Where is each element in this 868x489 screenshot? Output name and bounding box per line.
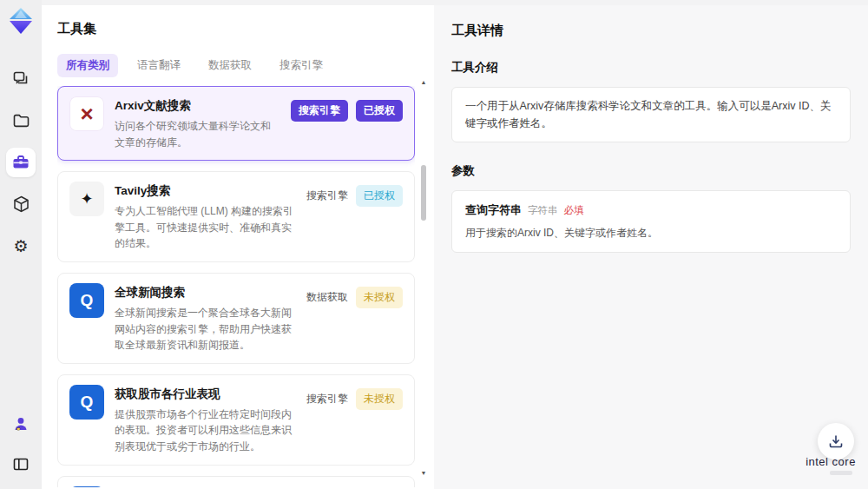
tool-details-panel: 工具详情 工具介绍 一个用于从Arxiv存储库搜索科学论文和文章的工具。输入可以…: [434, 5, 868, 489]
category-badge: 数据获取: [306, 287, 348, 308]
tool-card[interactable]: Arxiv文献搜索 访问各个研究领域大量科学论文和文章的存储库。 搜索引擎 已授…: [57, 86, 415, 161]
category-tab[interactable]: 搜索引擎: [271, 54, 332, 77]
tool-description: 专为人工智能代理 (LLM) 构建的搜索引擎工具。可快速提供实时、准确和真实的结…: [115, 203, 296, 252]
param-description: 用于搜索的Arxiv ID、关键字或作者姓名。: [465, 226, 837, 241]
download-button[interactable]: [818, 423, 854, 459]
app-logo-icon: [8, 7, 34, 35]
tools-panel-title: 工具集: [57, 21, 434, 37]
params-heading: 参数: [451, 163, 851, 179]
tool-list: Arxiv文献搜索 访问各个研究领域大量科学论文和文章的存储库。 搜索引擎 已授…: [57, 86, 415, 487]
stock-q-icon: [69, 486, 104, 487]
parameter-card: 查询字符串 字符串 必填 用于搜索的Arxiv ID、关键字或作者姓名。: [451, 190, 851, 253]
app-rail: ⚙: [0, 0, 42, 489]
auth-status-badge: 未授权: [356, 287, 403, 308]
intel-core-text: intel core: [800, 455, 861, 468]
tool-description: 访问各个研究领域大量科学论文和文章的存储库。: [115, 118, 280, 150]
category-badge: 搜索引擎: [306, 185, 348, 207]
profile-avatar-icon[interactable]: [6, 409, 36, 439]
arxiv-icon: [69, 96, 104, 131]
tool-card[interactable]: 获取股市各行业表现 提供股票市场各个行业在特定时间段内的表现。投资者可以利用这些…: [57, 374, 415, 466]
auth-status-badge: 未授权: [356, 388, 403, 410]
auth-status-badge: 已授权: [356, 185, 403, 207]
tool-description: 提供股票市场各个行业在特定时间段内的表现。投资者可以利用这些信息来识别表现优于或…: [115, 406, 296, 455]
scroll-up-arrow[interactable]: ▲: [419, 78, 428, 87]
tool-card[interactable]: 全球新闻搜索 全球新闻搜索是一个聚合全球各大新闻网站内容的搜索引擎，帮助用户快速…: [57, 273, 415, 364]
intro-text-box: 一个用于从Arxiv存储库搜索科学论文和文章的工具。输入可以是Arxiv ID、…: [451, 87, 851, 142]
folder-icon[interactable]: [6, 106, 36, 135]
intel-core-logo: intel core: [800, 455, 861, 475]
intro-heading: 工具介绍: [451, 60, 851, 76]
panel-toggle-icon[interactable]: [6, 449, 36, 479]
news-q-icon: [69, 283, 104, 318]
category-tab[interactable]: 语言翻译: [128, 54, 189, 77]
tools-panel: 工具集 所有类别 语言翻译 数据获取 搜索引擎 Arxiv文献搜索 访问各个研究…: [42, 5, 434, 489]
category-badge: 搜索引擎: [291, 100, 348, 122]
window-top-strip: [0, 0, 868, 5]
tool-name: Tavily搜索: [115, 183, 296, 199]
category-tab[interactable]: 所有类别: [57, 54, 118, 77]
param-type: 字符串: [528, 204, 558, 217]
tool-name: 全球新闻搜索: [115, 285, 296, 301]
stock-q-icon: [69, 385, 104, 420]
tool-card[interactable]: 获取市场最活跃股票信息 提供当天交易量最高的股票列表，投资者可以利用这些信息来识…: [57, 476, 415, 487]
category-badge: 搜索引擎: [306, 388, 348, 410]
tool-name: 获取股市各行业表现: [115, 387, 296, 402]
intel-core-sub-mark: [830, 471, 852, 475]
category-tabs: 所有类别 语言翻译 数据获取 搜索引擎: [57, 54, 434, 77]
auth-status-badge: 已授权: [356, 100, 403, 122]
download-icon: [828, 433, 844, 449]
settings-gear-icon[interactable]: ⚙: [6, 231, 36, 261]
scroll-down-arrow[interactable]: ▼: [419, 469, 428, 478]
param-name: 查询字符串: [465, 202, 522, 218]
tool-list-scrollbar[interactable]: ▲ ▼: [419, 76, 428, 479]
param-required-flag: 必填: [564, 204, 584, 217]
details-title: 工具详情: [451, 23, 851, 39]
category-tab[interactable]: 数据获取: [200, 54, 260, 77]
tool-card[interactable]: Tavily搜索 专为人工智能代理 (LLM) 构建的搜索引擎工具。可快速提供实…: [57, 171, 415, 262]
cube-icon[interactable]: [6, 189, 36, 219]
scrollbar-thumb[interactable]: [421, 165, 426, 221]
tool-description: 全球新闻搜索是一个聚合全球各大新闻网站内容的搜索引擎，帮助用户快速获取全球最新资…: [115, 305, 296, 354]
sparkle-icon: [69, 182, 104, 216]
chat-icon[interactable]: [6, 64, 36, 94]
toolbox-icon[interactable]: [6, 148, 36, 177]
tool-name: Arxiv文献搜索: [115, 98, 280, 114]
